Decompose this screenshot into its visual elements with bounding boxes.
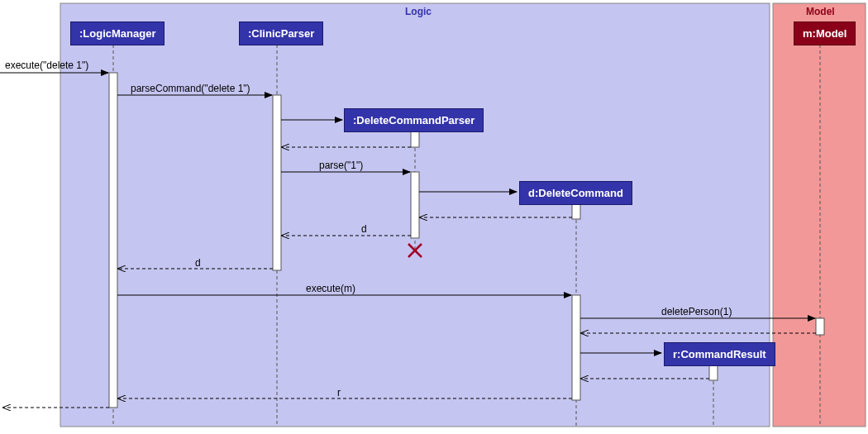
activation-logicmanager — [109, 73, 117, 408]
label-parsecommand: parseCommand("delete 1") — [131, 83, 250, 94]
activation-clinicparser — [273, 95, 281, 270]
label-parse: parse("1") — [319, 160, 363, 171]
model-frame-label: Model — [806, 6, 835, 17]
participant-logicmanager: :LogicManager — [70, 21, 165, 45]
participant-model: m:Model — [794, 21, 856, 45]
participant-commandresult: r:CommandResult — [664, 342, 775, 366]
label-return-r: r — [337, 387, 341, 398]
label-execute1: execute("delete 1") — [5, 60, 88, 71]
activation-dc-execute — [572, 295, 580, 400]
activation-model — [816, 318, 824, 335]
label-execute-m: execute(m) — [306, 283, 355, 294]
logic-frame-label: Logic — [405, 6, 432, 17]
sequence-diagram-canvas — [0, 0, 868, 434]
activation-dcp-create — [411, 131, 419, 147]
participant-clinicparser: :ClinicParser — [239, 21, 323, 45]
participant-deletecommandparser: :DeleteCommandParser — [344, 108, 484, 132]
label-deleteperson: deletePerson(1) — [661, 306, 732, 317]
label-return-d2: d — [195, 257, 201, 269]
activation-dcp-parse — [411, 172, 419, 238]
activation-dc-create — [572, 203, 580, 219]
model-frame — [773, 3, 866, 427]
label-return-d1: d — [361, 223, 367, 235]
participant-deletecommand: d:DeleteCommand — [519, 181, 632, 205]
activation-cr-create — [709, 364, 718, 380]
